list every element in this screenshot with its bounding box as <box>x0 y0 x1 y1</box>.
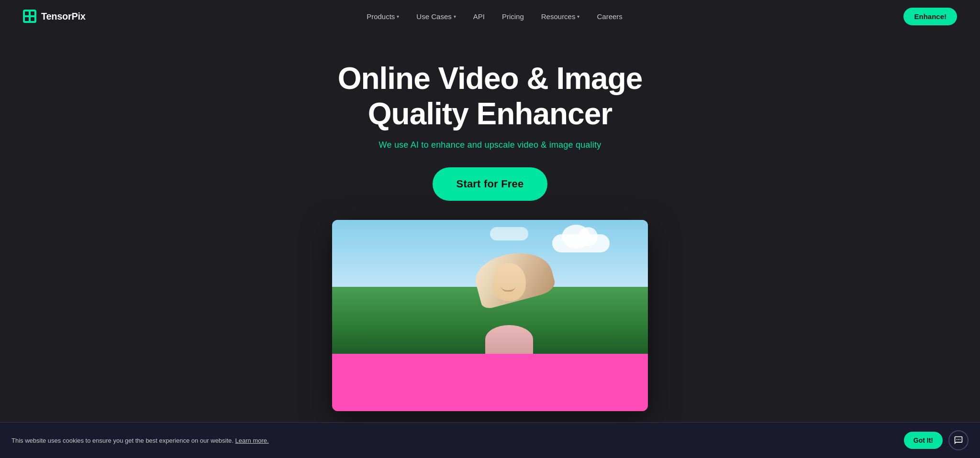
nav-link-use-cases[interactable]: Use Cases ▾ <box>416 12 456 21</box>
nav-link-resources[interactable]: Resources ▾ <box>541 12 580 21</box>
nav-item-resources[interactable]: Resources ▾ <box>541 12 580 21</box>
nav-item-careers[interactable]: Careers <box>597 12 622 21</box>
svg-rect-3 <box>25 17 29 21</box>
hero-subtitle: We use AI to enhance and upscale video &… <box>379 140 601 150</box>
demo-video <box>332 220 648 411</box>
nav-item-api[interactable]: API <box>473 12 485 21</box>
hero-section: Online Video & Image Quality Enhancer We… <box>0 33 980 430</box>
chevron-down-icon: ▾ <box>577 14 579 19</box>
cloud-decoration-2 <box>490 227 528 240</box>
enhance-button[interactable]: Enhance! <box>903 8 957 25</box>
learn-more-link[interactable]: Learn more. <box>235 437 269 444</box>
svg-rect-2 <box>31 11 34 15</box>
nav-item-pricing[interactable]: Pricing <box>502 12 524 21</box>
chat-icon <box>954 436 963 445</box>
cloud-decoration <box>552 234 610 252</box>
logo-text: TensorPix <box>41 11 86 22</box>
logo-icon <box>23 10 36 23</box>
nav-link-products[interactable]: Products ▾ <box>367 12 399 21</box>
cookie-message: This website uses cookies to ensure you … <box>11 437 269 444</box>
person-figure <box>461 249 557 354</box>
cookie-actions: Got It! <box>904 430 969 450</box>
video-upper-frame <box>332 220 648 354</box>
video-lower-frame <box>332 354 648 411</box>
nav-item-use-cases[interactable]: Use Cases ▾ <box>416 12 456 21</box>
svg-rect-1 <box>25 11 29 15</box>
hero-title: Online Video & Image Quality Enhancer <box>299 61 681 131</box>
svg-rect-4 <box>31 17 34 21</box>
cookie-banner: This website uses cookies to ensure you … <box>0 422 980 458</box>
logo[interactable]: TensorPix <box>23 10 86 23</box>
chevron-down-icon: ▾ <box>397 14 399 19</box>
smile-element <box>501 286 515 292</box>
navbar: TensorPix Products ▾ Use Cases ▾ API Pri… <box>0 0 980 33</box>
nav-link-api[interactable]: API <box>473 12 485 21</box>
chevron-down-icon: ▾ <box>454 14 456 19</box>
svg-rect-0 <box>23 10 36 23</box>
nav-item-products[interactable]: Products ▾ <box>367 12 399 21</box>
face-element <box>492 263 526 301</box>
start-for-free-button[interactable]: Start for Free <box>433 167 548 201</box>
chat-support-button[interactable] <box>948 430 969 450</box>
nav-link-careers[interactable]: Careers <box>597 12 622 21</box>
body-element <box>485 325 533 354</box>
nav-link-pricing[interactable]: Pricing <box>502 12 524 21</box>
nav-links: Products ▾ Use Cases ▾ API Pricing Resou… <box>367 12 623 21</box>
got-it-button[interactable]: Got It! <box>904 432 943 449</box>
